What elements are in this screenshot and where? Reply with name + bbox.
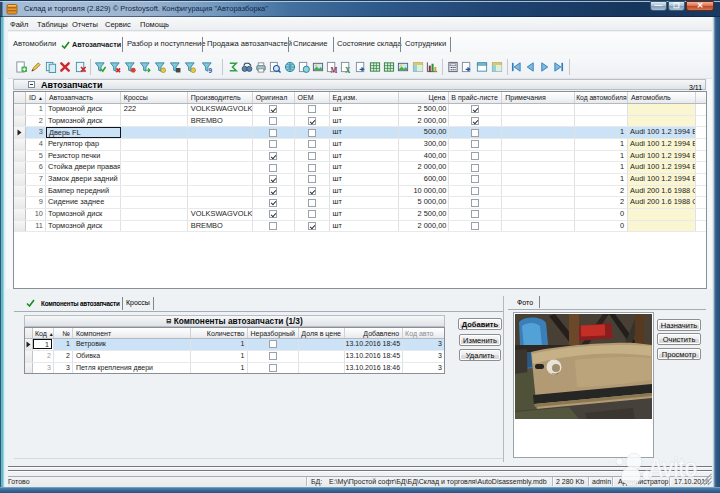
svg-text:Avito: Avito <box>648 452 697 482</box>
